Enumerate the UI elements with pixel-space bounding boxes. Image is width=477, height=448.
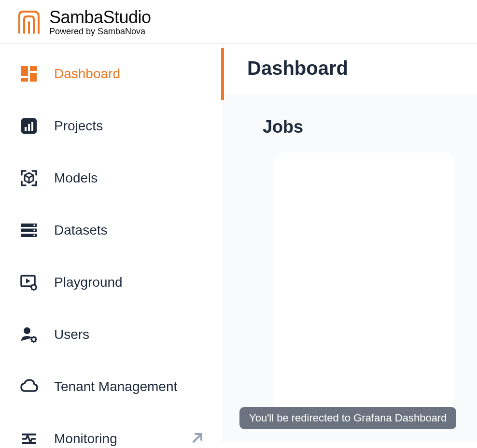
app-header: SambaStudio Powered by SambaNova: [0, 0, 477, 44]
svg-rect-7: [31, 122, 33, 131]
sidebar-nav: Dashboard Projects Models: [0, 44, 224, 442]
svg-point-11: [33, 224, 35, 226]
sidebar-item-playground[interactable]: Playground: [0, 256, 224, 308]
sidebar-item-label: Tenant Management: [54, 379, 177, 394]
sidebar-item-projects[interactable]: Projects: [0, 100, 224, 152]
sidebar-item-label: Monitoring: [54, 431, 117, 447]
sidebar-item-label: Models: [54, 170, 98, 186]
activity-icon: [19, 429, 39, 448]
svg-point-16: [24, 327, 30, 334]
sidebar-item-dashboard[interactable]: Dashboard: [0, 48, 224, 100]
sidebar-item-label: Playground: [54, 275, 123, 290]
page-header: Dashboard: [224, 44, 477, 94]
section-title-jobs: Jobs: [263, 117, 454, 137]
server-icon: [19, 221, 39, 240]
sambanova-logo-icon: [14, 9, 42, 36]
sidebar-item-tenant-management[interactable]: Tenant Management: [0, 361, 224, 413]
svg-rect-3: [30, 73, 37, 82]
main-content: Dashboard Jobs You'll be redirected to G…: [224, 44, 477, 442]
svg-rect-6: [28, 124, 30, 131]
user-settings-icon: [19, 325, 39, 344]
sidebar-item-label: Dashboard: [54, 66, 120, 82]
jobs-card: [274, 153, 454, 413]
play-settings-icon: [19, 273, 39, 292]
svg-rect-0: [21, 66, 28, 76]
svg-rect-5: [25, 127, 27, 131]
sidebar-item-monitoring[interactable]: Monitoring: [0, 413, 224, 448]
svg-rect-1: [30, 66, 37, 71]
page-title: Dashboard: [247, 57, 454, 79]
bar-chart-icon: [19, 116, 39, 136]
svg-rect-2: [21, 78, 28, 82]
sidebar-item-label: Users: [54, 327, 89, 342]
cube-icon: [19, 168, 39, 188]
monitoring-tooltip: You'll be redirected to Grafana Dashboar…: [239, 407, 456, 429]
svg-rect-19: [22, 442, 36, 444]
svg-point-13: [33, 235, 35, 237]
main-layout: Dashboard Projects Models: [0, 44, 477, 442]
external-link-icon: [191, 431, 204, 447]
sidebar-item-models[interactable]: Models: [0, 152, 224, 204]
brand-block: SambaStudio Powered by SambaNova: [49, 9, 151, 36]
content-area: Jobs: [224, 94, 477, 442]
sidebar-item-datasets[interactable]: Datasets: [0, 204, 224, 256]
svg-point-17: [32, 337, 36, 342]
cloud-icon: [19, 377, 39, 396]
sidebar-item-label: Projects: [54, 118, 103, 134]
svg-point-12: [33, 229, 35, 231]
sidebar-item-label: Datasets: [54, 223, 108, 238]
dashboard-icon: [19, 64, 39, 84]
svg-rect-18: [22, 434, 36, 435]
brand-subtitle: Powered by SambaNova: [49, 27, 151, 36]
sidebar-item-users[interactable]: Users: [0, 308, 224, 361]
brand-title: SambaStudio: [49, 9, 151, 26]
